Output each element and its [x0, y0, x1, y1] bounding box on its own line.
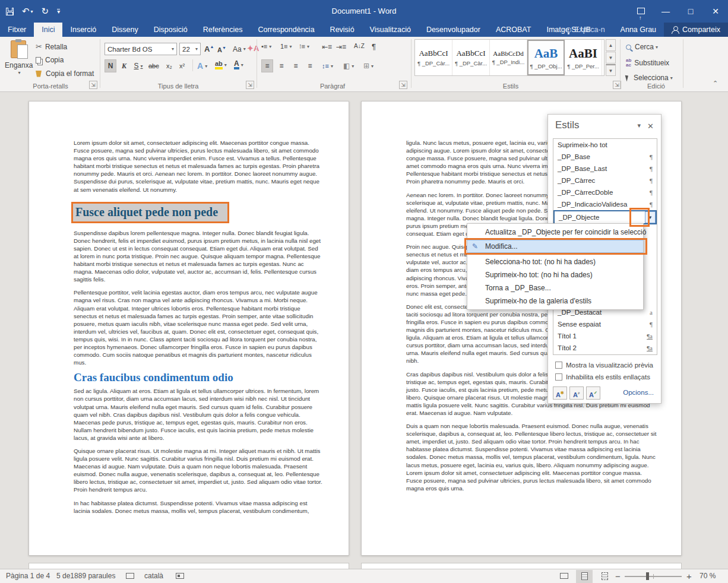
paragraph[interactable]: Pellentesque porttitor, velit lacinia eg…	[74, 289, 324, 366]
clipboard-dialog-launcher[interactable]: ⇲	[89, 81, 97, 89]
cut-button[interactable]: ✂Retalla	[36, 42, 67, 51]
zoom-slider-thumb[interactable]	[646, 572, 649, 580]
tab-disposicio[interactable]: Disposició	[146, 23, 195, 37]
collapse-ribbon-button[interactable]: ⌃	[713, 80, 718, 87]
maximize-button[interactable]: □	[678, 0, 703, 23]
bullets-button[interactable]: •≡▾	[261, 43, 271, 50]
menu-item-select-all[interactable]: Selecciona-ho tot: (no hi ha dades)	[467, 255, 643, 268]
font-color-caret-icon[interactable]: ▾	[241, 62, 243, 68]
zoom-in-button[interactable]: +	[686, 569, 692, 583]
paragraph[interactable]: In hac habitasse platea dictumst. Suspen…	[74, 499, 324, 515]
tab-inici[interactable]: Inici	[34, 23, 62, 37]
minimize-button[interactable]: —	[653, 0, 678, 23]
style-list-item[interactable]: Sense espaiat¶	[553, 318, 657, 330]
font-size-combo[interactable]: 22▾	[179, 43, 201, 55]
tab-revisio[interactable]: Revisió	[322, 23, 362, 37]
font-color-button[interactable]: A▾	[234, 60, 243, 69]
tell-me-box[interactable]: Explica-n	[558, 23, 612, 37]
disable-linked-styles-checkbox[interactable]: Inhabilita els estils enllaçats	[555, 373, 650, 381]
account-user-name[interactable]: Anna Grau	[613, 23, 664, 37]
align-center-button[interactable]: ≡	[276, 59, 287, 72]
new-style-button[interactable]: A✱	[553, 386, 567, 400]
format-painter-button[interactable]: Copia el format	[36, 69, 94, 78]
style-list-item[interactable]: _DP_Càrrec¶	[553, 175, 657, 186]
style-gallery-item-selected[interactable]: AaB ¶ _DP_Obj...	[527, 40, 565, 75]
borders-button[interactable]: ⊞▾	[363, 59, 374, 72]
language-indicator[interactable]: català	[144, 569, 163, 583]
paragraph[interactable]: Duis a quam non neque lobortis malesuada…	[406, 422, 657, 492]
font-name-combo[interactable]: Charter Bd OS▾	[105, 43, 177, 55]
sort-button[interactable]: A↓Z	[354, 43, 365, 49]
checkbox-icon[interactable]	[555, 373, 562, 381]
align-right-button[interactable]: ≡	[290, 59, 302, 72]
tab-desenvolupador[interactable]: Desenvolupador	[419, 23, 488, 37]
justify-button[interactable]: ≡	[304, 59, 316, 72]
select-caret-icon[interactable]: ▾	[670, 75, 673, 81]
highlight-caret-icon[interactable]: ▾	[224, 62, 227, 68]
line-spacing-button[interactable]: ↕≡▾	[322, 59, 333, 72]
options-link[interactable]: Opcions...	[623, 389, 654, 396]
multilevel-caret-icon[interactable]: ▾	[307, 44, 309, 49]
tab-insercio[interactable]: Inserció	[62, 23, 104, 37]
web-layout-button[interactable]	[596, 570, 613, 583]
heading-2[interactable]: Cras faucibus condimentum odio	[74, 373, 324, 381]
show-marks-button[interactable]: ¶	[372, 42, 376, 51]
style-list-item[interactable]: Títol 1¶a	[553, 330, 657, 342]
selected-heading-1[interactable]: Fusce aliquet pede non pede	[71, 202, 229, 223]
paragraph[interactable]: Quisque ornare placerat risus. Ut molest…	[74, 447, 324, 494]
menu-item-modify[interactable]: ✎ Modifica...	[467, 240, 643, 253]
shading-caret-icon[interactable]: ▾	[352, 64, 354, 69]
paragraph[interactable]: Suspendisse dapibus lorem pellentesque m…	[74, 229, 324, 284]
multilevel-list-button[interactable]: ⁝≡▾	[299, 43, 309, 50]
style-list-item[interactable]: _DP_Base¶	[553, 151, 657, 163]
print-layout-button[interactable]	[576, 570, 593, 583]
font-size-caret-icon[interactable]: ▾	[195, 46, 198, 52]
paste-button[interactable]: Enganxa ▾	[5, 40, 32, 75]
share-button[interactable]: Comparteix	[664, 23, 728, 37]
page-indicator[interactable]: Pàgina 1 de 4	[6, 569, 50, 583]
bullets-caret-icon[interactable]: ▾	[269, 44, 271, 49]
tab-visualitzacio[interactable]: Visualització	[362, 23, 419, 37]
word-count[interactable]: 5 de1889 paraules	[56, 569, 115, 583]
increase-indent-button[interactable]: ⇥≡	[336, 43, 346, 51]
style-gallery-item[interactable]: AaBbCcI ¶ _DP_Càr...	[452, 40, 490, 75]
zoom-out-button[interactable]: −	[615, 569, 621, 583]
style-list-item[interactable]: Suprimeix-ho tot	[553, 139, 657, 151]
underline-caret-icon[interactable]: ▾	[141, 64, 143, 69]
numbering-button[interactable]: 1≡▾	[280, 43, 292, 50]
paragraph-dialog-launcher[interactable]: ⇲	[399, 81, 407, 89]
read-mode-button[interactable]	[556, 570, 572, 583]
clear-formatting-button[interactable]: ✦A	[247, 44, 259, 53]
menu-item-revert-base[interactable]: Torna a _DP_Base...	[467, 281, 643, 294]
shading-button[interactable]: ◧▾	[343, 59, 354, 72]
pane-close-icon[interactable]: ✕	[647, 122, 654, 131]
gallery-scroll-down-button[interactable]: ▼	[606, 52, 616, 64]
copy-button[interactable]: Copia	[36, 56, 64, 64]
tab-fitxer[interactable]: Fitxer	[0, 23, 34, 37]
style-gallery-item[interactable]: AaBbCcDd ¶ _DP_Indi...	[490, 40, 527, 75]
show-preview-checkbox[interactable]: Mostra la visualització prèvia	[555, 362, 653, 369]
font-dialog-launcher[interactable]: ⇲	[246, 81, 254, 89]
bold-button[interactable]: N	[105, 59, 116, 72]
style-list-item[interactable]: _DP_IndicacioValidesa¶	[553, 198, 657, 210]
strikethrough-button[interactable]: abc	[148, 59, 159, 72]
menu-item-remove-from-gallery[interactable]: Suprimeix-ho de la galeria d'estils	[467, 294, 643, 308]
replace-button[interactable]: abacSubstitueix	[626, 58, 669, 68]
style-list-item[interactable]: Títol 2¶a	[553, 342, 657, 354]
style-list-item-selected[interactable]: _DP_Objecte ▼	[553, 210, 657, 224]
select-button[interactable]: Selecciona▾	[626, 74, 673, 82]
paragraph[interactable]: Sed ac ligula. Aliquam at eros. Etiam at…	[74, 387, 324, 442]
style-inspector-button[interactable]: A⌕	[569, 386, 584, 400]
shrink-font-button[interactable]: A▼	[217, 44, 226, 55]
style-gallery-item[interactable]: AaBI ¶ _DP_Per...	[565, 40, 602, 75]
find-button[interactable]: Cerca▾	[626, 43, 658, 51]
tab-disseny[interactable]: Disseny	[104, 23, 145, 37]
menu-item-update-style[interactable]: Actualitza _DP_Objecte per fer coincidir…	[467, 226, 643, 239]
tab-acrobat[interactable]: ACROBAT	[488, 23, 539, 37]
borders-caret-icon[interactable]: ▾	[371, 64, 374, 69]
text-effects-caret-icon[interactable]: ▾	[205, 64, 207, 69]
paste-dropdown-icon[interactable]: ▾	[7, 70, 32, 75]
numbering-caret-icon[interactable]: ▾	[290, 44, 292, 49]
decrease-indent-button[interactable]: ⇤≡	[322, 43, 332, 51]
gallery-more-button[interactable]: ▼	[606, 64, 616, 76]
